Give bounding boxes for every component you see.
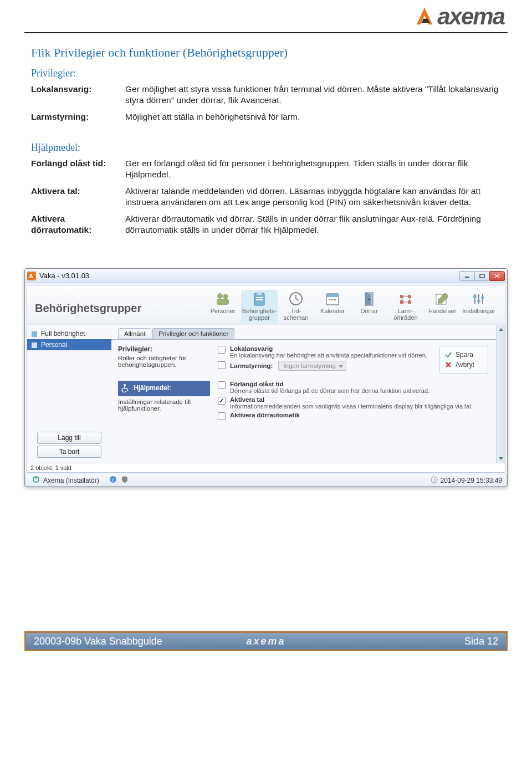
field-desc: Informationsmeddelanden som vanligtvis v…: [230, 403, 473, 410]
checkbox-larmstyrning[interactable]: [218, 361, 226, 369]
footer-left: 20003-09b Vaka Snabbguide: [34, 636, 246, 647]
footer-logo: axema: [246, 636, 285, 647]
field-label: Aktivera tal: [230, 396, 473, 403]
logo-text: axema: [437, 3, 504, 30]
field-label: Larmstyrning:: [230, 362, 273, 369]
svg-rect-12: [329, 299, 330, 300]
checkbox-dorrautomatik[interactable]: [218, 412, 226, 420]
scroll-up-icon[interactable]: [497, 325, 505, 334]
field-tal: Aktivera tal Informationsmeddelanden som…: [218, 396, 489, 410]
scroll-down-icon[interactable]: [497, 454, 505, 463]
field-label: Aktivera dörrautomatik: [230, 412, 300, 418]
section-desc: Roller och rättigheter för behörighetsgr…: [118, 355, 186, 368]
nav-label: Inställningar: [462, 308, 495, 314]
group-icon: [30, 341, 38, 349]
shield-icon[interactable]: [121, 476, 128, 485]
def-text: Aktiverar talande meddelanden vid dörren…: [125, 186, 501, 208]
nav-label: Behörighets- grupper: [242, 308, 277, 321]
window-title: Vaka - v3.01.03: [39, 272, 89, 280]
status-user[interactable]: Axema (Installatör): [30, 476, 101, 485]
def-row: Förlängd olåst tid: Ger en förlängd olås…: [31, 158, 501, 180]
nav-handelser[interactable]: Händelser: [424, 290, 461, 323]
def-row: Larmstyrning: Möjlighet att ställa in be…: [31, 111, 501, 122]
sidebar-item-label: Personal: [41, 341, 67, 349]
power-icon: [32, 476, 40, 485]
door-icon: [360, 291, 378, 306]
def-row: Aktivera dörrautomatik: Aktiverar dörrau…: [31, 213, 501, 236]
def-text: Ger en förlängd olåst tid för personer i…: [125, 158, 501, 180]
nav-label: Kalender: [320, 308, 345, 314]
footer-right: Sida 12: [286, 636, 498, 647]
titlebar[interactable]: Vaka - v3.01.03: [25, 269, 507, 283]
svg-rect-11: [326, 294, 339, 297]
cancel-label: Avbryt: [456, 361, 474, 369]
tabs: Allmänt Privilegier och funktioner: [111, 325, 496, 339]
svg-rect-26: [32, 343, 37, 348]
section-desc: Inställningar relaterade till hjälpfunkt…: [118, 398, 191, 412]
page-title: Behörighetsgrupper: [35, 302, 141, 323]
alarm-icon: [396, 291, 415, 306]
def-row: Lokalansvarig: Ger möjlighet att styra v…: [31, 84, 501, 106]
x-icon: [444, 361, 452, 369]
clipboard-icon: [250, 291, 269, 306]
svg-rect-22: [473, 295, 477, 298]
info-icon[interactable]: i: [109, 476, 117, 485]
section-label: Privilegier: Roller och rättigheter för …: [118, 345, 210, 373]
logo: axema: [414, 3, 504, 30]
field-dorrautomatik: Aktivera dörrautomatik: [218, 412, 489, 420]
status-timestamp: 2014-09-29 15:33:49: [431, 476, 502, 485]
status-count: 2 objekt, 1 vald: [27, 463, 505, 472]
tab-allmant[interactable]: Allmänt: [118, 328, 151, 339]
check-icon: [444, 351, 452, 359]
field-desc: En lokalansvarig har behörighet att anvä…: [230, 352, 427, 359]
save-button[interactable]: Spara: [444, 350, 483, 360]
document-body: Flik Privilegier och funktioner (Behörig…: [0, 33, 532, 252]
select-larmstyrning[interactable]: Ingen larmstyrning: [278, 361, 346, 371]
svg-rect-7: [256, 297, 263, 298]
nav-larmomraden[interactable]: Larm- områden: [387, 290, 424, 323]
nav-installningar[interactable]: Inställningar: [461, 290, 497, 323]
nav-tidscheman[interactable]: Tid- scheman: [278, 290, 314, 323]
sidebar-list: Full behörighet Personal: [27, 328, 111, 430]
checkbox-lokalansvarig[interactable]: [218, 346, 226, 354]
section-label: Hjälpmedel: Inställningar relaterade til…: [118, 381, 210, 422]
minimize-button[interactable]: [459, 271, 475, 281]
clock-icon: [431, 476, 438, 485]
app-window: Vaka - v3.01.03 Behörighetsgrupper Perso…: [24, 268, 508, 487]
close-button[interactable]: [489, 271, 505, 281]
nav-dorrar[interactable]: Dörrar: [351, 290, 387, 323]
group-icon: [30, 330, 38, 338]
main-pane: Allmänt Privilegier och funktioner Privi…: [111, 325, 496, 463]
def-label: Larmstyrning:: [31, 111, 125, 122]
sidebar-item-personal[interactable]: Personal: [27, 339, 111, 350]
sidebar-item-full[interactable]: Full behörighet: [27, 328, 111, 339]
checkbox-tal[interactable]: [218, 397, 226, 405]
svg-rect-1: [480, 274, 484, 278]
svg-rect-14: [334, 299, 336, 300]
checkbox-forlangd[interactable]: [218, 381, 226, 389]
nav-behorighetsgrupper[interactable]: Behörighets- grupper: [241, 290, 278, 323]
heading-1: Flik Privilegier och funktioner (Behörig…: [31, 45, 501, 60]
actions-panel: Spara Avbryt: [439, 346, 488, 374]
svg-rect-24: [481, 297, 484, 299]
tab-body: Privilegier: Roller och rättigheter för …: [111, 339, 496, 438]
cancel-button[interactable]: Avbryt: [444, 360, 483, 370]
nav-personer[interactable]: Personer: [204, 290, 241, 323]
page-header: axema: [0, 0, 532, 30]
clock-icon: [287, 291, 305, 306]
svg-rect-4: [217, 299, 229, 305]
heading-hjalpmedel: Hjälpmedel:: [31, 142, 501, 154]
add-button[interactable]: Lägg till: [37, 432, 101, 444]
remove-button[interactable]: Ta bort: [37, 446, 101, 458]
nav-kalender[interactable]: Kalender: [314, 290, 351, 323]
maximize-button[interactable]: [474, 271, 490, 281]
calendar-icon: [323, 291, 342, 306]
svg-point-3: [223, 294, 228, 299]
svg-rect-13: [331, 299, 333, 300]
field-label: Lokalansvarig: [230, 345, 427, 352]
tab-privilegier[interactable]: Privilegier och funktioner: [152, 328, 234, 339]
svg-point-2: [217, 293, 223, 299]
scrollbar[interactable]: [496, 325, 505, 463]
toolbar: Behörighetsgrupper Personer Behörighets-…: [27, 285, 505, 324]
def-label: Aktivera tal:: [31, 186, 125, 208]
